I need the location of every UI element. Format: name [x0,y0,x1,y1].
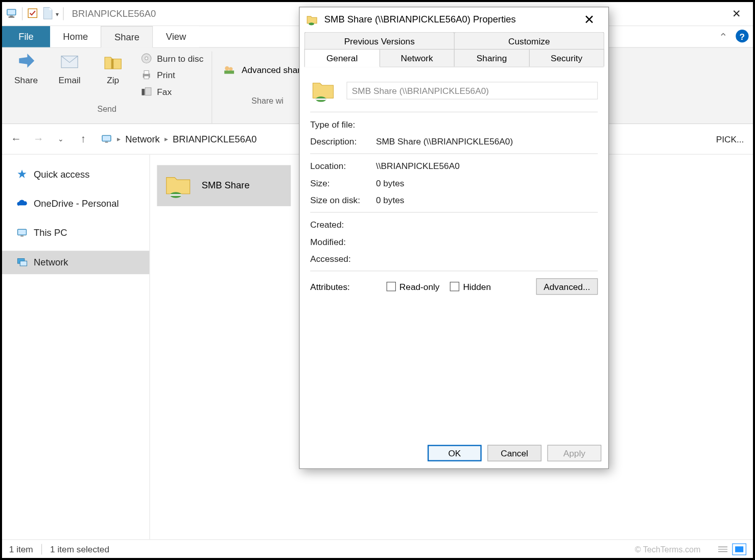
tab-sharing[interactable]: Sharing [454,49,530,66]
tab-home[interactable]: Home [50,26,101,47]
chevron-down-icon[interactable]: ▾ [56,11,59,17]
svg-rect-6 [111,59,114,69]
tab-general[interactable]: General [304,49,380,67]
label-created: Created: [310,220,376,230]
svg-rect-24 [20,261,27,266]
svg-rect-11 [144,76,149,79]
label-description: Description: [310,136,376,147]
name-field[interactable]: SMB Share (\\BRIANPICKLE56A0) [346,82,598,99]
dialog-title: SMB Share (\\BRIANPICKLE56A0) Properties [324,14,516,25]
network-folder-icon [305,13,318,26]
value-size: 0 bytes [376,178,598,188]
dialog-tabs: Previous Versions Customize General Netw… [304,32,604,67]
nav-pane: Quick access OneDrive - Personal This PC… [2,155,150,540]
nav-this-pc[interactable]: This PC [2,222,149,245]
hidden-checkbox[interactable]: Hidden [450,281,491,291]
tiles-view-icon[interactable] [732,543,746,555]
file-tile-smb-share[interactable]: SMB Share [157,165,291,206]
tab-previous-versions[interactable]: Previous Versions [304,32,455,50]
cancel-button[interactable]: Cancel [487,445,541,461]
label-type: Type of file: [310,119,376,130]
forward-button[interactable]: → [30,131,46,147]
tab-network[interactable]: Network [379,49,455,66]
burn-button[interactable]: Burn to disc [140,53,203,64]
back-button[interactable]: ← [8,131,24,147]
recent-chevron-icon[interactable]: ⌄ [53,131,69,147]
svg-rect-3 [9,16,14,17]
tab-customize[interactable]: Customize [454,32,604,50]
tab-file[interactable]: File [2,26,50,47]
nav-label: Network [34,257,68,268]
svg-rect-10 [144,70,149,74]
divider [22,7,22,20]
value-size-on-disk: 0 bytes [376,195,598,205]
share-button[interactable]: Share [10,52,42,85]
label-size: Size: [310,178,376,188]
label-modified: Modified: [310,237,376,247]
svg-rect-1 [8,10,15,15]
svg-rect-13 [145,88,151,95]
check-icon[interactable] [27,8,38,20]
tab-share[interactable]: Share [101,26,153,48]
help-icon[interactable]: ? [736,30,748,42]
readonly-checkbox[interactable]: Read-only [387,281,440,291]
chevron-right-icon: ▸ [117,135,121,143]
view-switcher [716,543,746,555]
readonly-label: Read-only [399,281,440,291]
up-button[interactable]: ↑ [75,131,91,147]
group-sharewith-label: Share wi [251,96,284,105]
value-modified [376,237,598,247]
properties-dialog: SMB Share (\\BRIANPICKLE56A0) Properties… [299,7,609,469]
advanced-button[interactable]: Advanced... [536,278,598,295]
svg-rect-29 [735,546,743,552]
nav-label: This PC [34,228,67,238]
status-bar: 1 item 1 item selected © TechTerms.com [2,539,753,558]
burn-label: Burn to disc [157,54,203,64]
value-description: SMB Share (\\BRIANPICKLE56A0) [376,136,598,147]
doc-icon[interactable] [42,7,53,21]
svg-point-30 [309,22,314,25]
label-accessed: Accessed: [310,254,376,264]
share-label: Share [14,75,38,85]
nav-label: OneDrive - Personal [34,199,119,209]
divider [41,544,42,554]
svg-rect-21 [18,230,26,235]
print-button[interactable]: Print [140,69,203,81]
nav-quick-access[interactable]: Quick access [2,163,149,186]
details-view-icon[interactable] [716,543,730,555]
divider [63,7,63,20]
label-size-on-disk: Size on disk: [310,195,376,205]
zip-button[interactable]: Zip [97,52,129,85]
svg-point-8 [145,57,148,60]
label-attributes: Attributes: [310,281,376,291]
nav-network[interactable]: Network [2,251,149,274]
svg-point-14 [225,66,229,70]
email-button[interactable]: Email [54,52,85,85]
network-folder-icon [163,171,194,201]
dialog-titlebar: SMB Share (\\BRIANPICKLE56A0) Properties… [300,7,608,32]
svg-point-15 [229,67,232,70]
close-icon[interactable]: ✕ [723,2,750,26]
tab-view[interactable]: View [153,26,199,47]
value-accessed [376,254,598,264]
crumb-network[interactable]: Network [125,134,159,144]
nav-onedrive[interactable]: OneDrive - Personal [2,192,149,215]
email-label: Email [59,75,81,85]
crumb-host[interactable]: BRIANPICKLE56A0 [173,134,257,144]
ok-button[interactable]: OK [428,445,482,461]
value-type [376,119,598,130]
ribbon-group-send: Share Email Zip Burn to disc [2,52,213,124]
fax-button[interactable]: Fax [140,85,203,97]
fax-label: Fax [157,86,172,96]
close-icon[interactable]: ✕ [577,9,601,31]
ribbon-collapse-icon[interactable]: ⌃ [719,31,727,43]
search-placeholder[interactable]: PICK... [716,134,744,144]
file-label: SMB Share [202,180,250,191]
apply-button: Apply [547,445,601,461]
tab-security[interactable]: Security [529,49,604,66]
pc-icon [6,7,17,20]
svg-rect-19 [105,141,108,142]
pc-icon [101,133,112,145]
svg-rect-2 [10,15,13,16]
svg-rect-12 [141,89,145,95]
